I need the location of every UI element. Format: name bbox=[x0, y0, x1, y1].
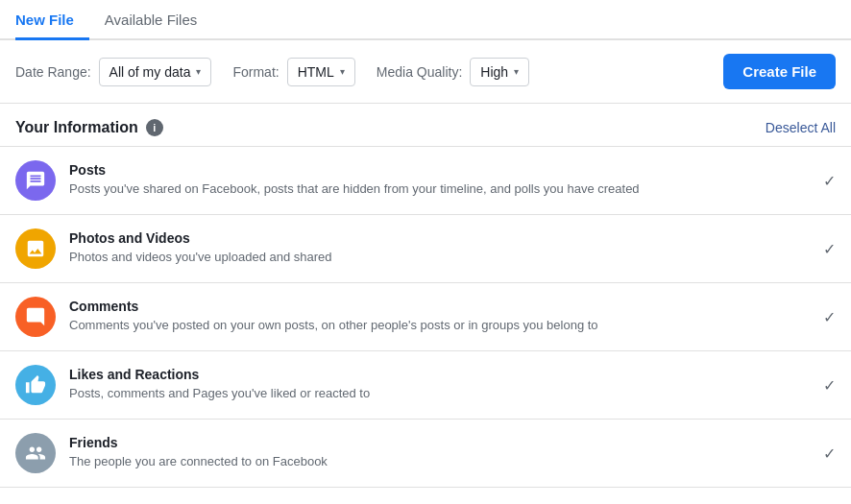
format-value: HTML bbox=[298, 64, 334, 80]
date-range-arrow-icon: ▾ bbox=[196, 66, 201, 77]
comments-check-icon[interactable]: ✓ bbox=[823, 308, 836, 326]
posts-check-icon[interactable]: ✓ bbox=[823, 172, 836, 190]
date-range-label: Date Range: bbox=[15, 64, 91, 80]
likes-reactions-text: Likes and Reactions Posts, comments and … bbox=[69, 367, 812, 402]
likes-reactions-title: Likes and Reactions bbox=[69, 367, 812, 382]
tabs-bar: New File Available Files bbox=[0, 0, 851, 40]
photos-videos-icon bbox=[15, 228, 56, 269]
photos-videos-desc: Photos and videos you've uploaded and sh… bbox=[69, 249, 812, 266]
list-item: Posts Posts you've shared on Facebook, p… bbox=[0, 147, 851, 215]
media-quality-arrow-icon: ▾ bbox=[514, 66, 519, 77]
media-quality-group: Media Quality: High ▾ bbox=[377, 58, 547, 86]
likes-reactions-check-icon[interactable]: ✓ bbox=[823, 376, 836, 395]
data-items-list: Posts Posts you've shared on Facebook, p… bbox=[0, 146, 851, 488]
format-arrow-icon: ▾ bbox=[340, 66, 345, 77]
section-title: Your Information bbox=[15, 119, 138, 136]
deselect-all-link[interactable]: Deselect All bbox=[766, 120, 836, 135]
photos-videos-check-icon[interactable]: ✓ bbox=[823, 240, 836, 258]
list-item: Comments Comments you've posted on your … bbox=[0, 283, 851, 351]
info-icon[interactable]: i bbox=[146, 119, 163, 136]
date-range-group: Date Range: All of my data ▾ bbox=[15, 58, 229, 86]
likes-reactions-icon bbox=[15, 365, 56, 405]
format-group: Format: HTML ▾ bbox=[232, 58, 372, 86]
media-quality-label: Media Quality: bbox=[377, 64, 462, 80]
format-label: Format: bbox=[232, 64, 279, 80]
media-quality-value: High bbox=[480, 64, 508, 80]
friends-desc: The people you are connected to on Faceb… bbox=[69, 453, 812, 470]
media-quality-dropdown[interactable]: High ▾ bbox=[470, 58, 529, 86]
friends-icon bbox=[15, 433, 56, 473]
comments-title: Comments bbox=[69, 299, 812, 314]
date-range-value: All of my data bbox=[109, 64, 191, 80]
comments-desc: Comments you've posted on your own posts… bbox=[69, 317, 812, 334]
likes-reactions-desc: Posts, comments and Pages you've liked o… bbox=[69, 385, 812, 402]
format-dropdown[interactable]: HTML ▾ bbox=[287, 58, 355, 86]
tab-available-files[interactable]: Available Files bbox=[105, 0, 212, 40]
posts-title: Posts bbox=[69, 162, 812, 178]
section-header: Your Information i Deselect All bbox=[0, 104, 851, 146]
date-range-dropdown[interactable]: All of my data ▾ bbox=[99, 58, 212, 86]
list-item: Likes and Reactions Posts, comments and … bbox=[0, 351, 851, 420]
friends-title: Friends bbox=[69, 435, 812, 450]
list-item: Friends The people you are connected to … bbox=[0, 420, 851, 488]
tab-new-file[interactable]: New File bbox=[15, 0, 89, 40]
toolbar: Date Range: All of my data ▾ Format: HTM… bbox=[0, 40, 851, 104]
friends-text: Friends The people you are connected to … bbox=[69, 435, 812, 470]
comments-icon bbox=[15, 297, 56, 337]
posts-desc: Posts you've shared on Facebook, posts t… bbox=[69, 180, 812, 198]
posts-text: Posts Posts you've shared on Facebook, p… bbox=[69, 162, 812, 198]
posts-icon bbox=[15, 160, 56, 201]
photos-videos-text: Photos and Videos Photos and videos you'… bbox=[69, 230, 812, 266]
section-title-group: Your Information i bbox=[15, 119, 163, 136]
create-file-button[interactable]: Create File bbox=[723, 54, 836, 89]
comments-text: Comments Comments you've posted on your … bbox=[69, 299, 812, 334]
photos-videos-title: Photos and Videos bbox=[69, 230, 812, 246]
friends-check-icon[interactable]: ✓ bbox=[823, 444, 836, 463]
list-item: Photos and Videos Photos and videos you'… bbox=[0, 215, 851, 283]
